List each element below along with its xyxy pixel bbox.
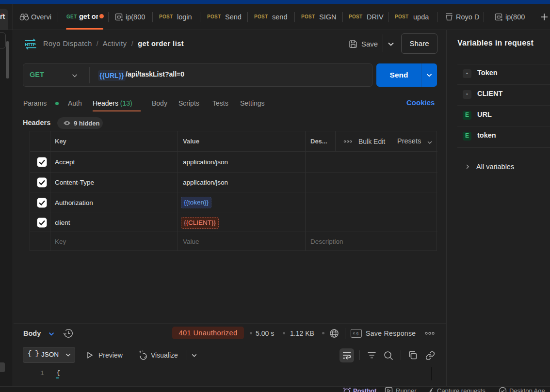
- svg-text:HTTP: HTTP: [25, 42, 36, 47]
